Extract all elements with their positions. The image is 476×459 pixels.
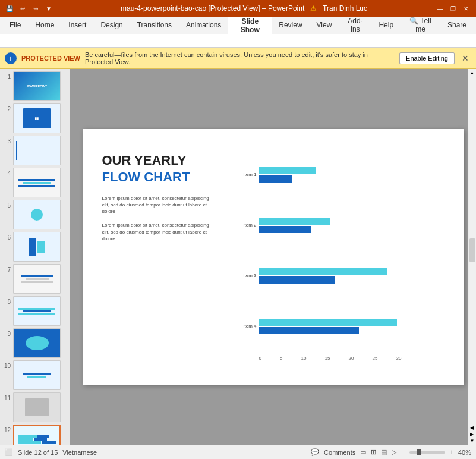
slide-panel: 1 POWERPOINT 2 ▉▉ 3 <box>0 69 70 445</box>
scroll-thumb[interactable] <box>469 238 475 262</box>
list-item[interactable]: 1 POWERPOINT <box>2 71 67 101</box>
status-bar: ⬜ Slide 12 of 15 Vietnamese 💬 Comments ▭… <box>0 445 476 459</box>
list-item[interactable]: 10 <box>2 360 67 390</box>
list-item[interactable]: 5 <box>2 200 67 230</box>
zoom-slider-thumb[interactable] <box>417 449 421 455</box>
tab-share[interactable]: Share <box>440 16 474 34</box>
slide-thumbnail-1[interactable]: POWERPOINT <box>13 71 61 101</box>
comments-icon[interactable]: 💬 <box>311 448 319 456</box>
slide-thumbnail-11[interactable] <box>13 392 61 422</box>
tab-animations[interactable]: Animations <box>179 16 228 34</box>
comments-label[interactable]: Comments <box>324 449 355 456</box>
list-item[interactable]: 6 <box>2 232 67 262</box>
customize-icon[interactable]: ▼ <box>44 4 53 13</box>
chart-label-item4: Item 4 <box>235 323 257 329</box>
tab-file[interactable]: File <box>2 16 28 34</box>
enable-editing-button[interactable]: Enable Editing <box>399 52 455 64</box>
zoom-slider[interactable] <box>409 451 445 454</box>
tab-help[interactable]: Help <box>371 16 401 34</box>
chart-label-item1: Item 1 <box>235 172 257 177</box>
tab-addins[interactable]: Add-ins <box>339 16 371 34</box>
status-right: 💬 Comments ▭ ⊞ ▤ ▷ − + 40% <box>311 448 471 456</box>
title-bar-title: mau-4-powerpoint-bao-cao [Protected View… <box>53 4 434 12</box>
list-item[interactable]: 3 <box>2 136 67 165</box>
scroll-prev-button[interactable]: ◀ <box>470 425 474 430</box>
list-item[interactable]: 11 <box>2 392 67 422</box>
chart-row-item1: Item 1 <box>235 167 449 183</box>
list-item[interactable]: 12 <box>2 425 67 445</box>
title-bar-left: 💾 ↩ ↪ ▼ <box>5 4 53 13</box>
slide-thumbnail-4[interactable] <box>13 168 61 197</box>
slideshow-button[interactable]: ▷ <box>392 448 396 456</box>
slide-indicator-icon: ⬜ <box>5 448 13 456</box>
slide-left: OUR YEARLY FLOW CHART Lorem ipsum dolor … <box>83 129 226 385</box>
slide-thumbnail-3[interactable] <box>13 136 61 165</box>
scroll-next-button[interactable]: ▶ <box>470 432 474 437</box>
list-item[interactable]: 2 ▉▉ <box>2 103 67 133</box>
list-item[interactable]: 4 <box>2 168 67 197</box>
title-bar-controls: — ❐ ✕ <box>434 3 471 14</box>
tab-insert[interactable]: Insert <box>61 16 93 34</box>
slide-thumbnail-5[interactable] <box>13 200 61 230</box>
chart-label-item2: Item 2 <box>235 222 257 228</box>
chart-row-item4: Item 4 <box>235 319 449 334</box>
slide-info: Slide 12 of 15 <box>18 449 58 456</box>
save-icon[interactable]: 💾 <box>5 4 14 13</box>
slide-thumbnail-7[interactable] <box>13 264 61 294</box>
slide-canvas: OUR YEARLY FLOW CHART Lorem ipsum dolor … <box>83 129 464 385</box>
tab-view[interactable]: View <box>310 16 339 34</box>
tab-review[interactable]: Review <box>272 16 309 34</box>
chart-bar-item2-cyan <box>259 218 330 225</box>
zoom-level[interactable]: 40% <box>458 449 471 456</box>
normal-view-button[interactable]: ▭ <box>360 448 366 456</box>
slide-thumbnail-2[interactable]: ▉▉ <box>13 103 61 133</box>
slide-title-line1: OUR YEARLY <box>102 153 212 168</box>
title-bar: 💾 ↩ ↪ ▼ mau-4-powerpoint-bao-cao [Protec… <box>0 0 476 17</box>
tab-design[interactable]: Design <box>93 16 130 34</box>
slide-thumbnail-6[interactable] <box>13 232 61 262</box>
status-left: ⬜ Slide 12 of 15 Vietnamese <box>5 448 97 456</box>
redo-icon[interactable]: ↪ <box>31 4 40 13</box>
vertical-scrollbar[interactable]: ▲ ◀ ▶ ▼ <box>468 69 476 445</box>
slide-content: OUR YEARLY FLOW CHART Lorem ipsum dolor … <box>83 129 464 385</box>
zoom-out-button[interactable]: − <box>401 449 405 455</box>
close-button[interactable]: ✕ <box>461 3 471 14</box>
chart-bar-item1-blue <box>259 175 292 183</box>
list-item[interactable]: 9 <box>2 328 67 358</box>
reading-view-button[interactable]: ▤ <box>381 448 387 456</box>
slide-thumbnail-9[interactable] <box>13 328 61 358</box>
protected-bar-close[interactable]: ✕ <box>459 54 471 63</box>
chart-bar-item2-blue <box>259 226 311 233</box>
list-item[interactable]: 8 <box>2 296 67 326</box>
language-indicator: Vietnamese <box>62 449 97 456</box>
chart-row-item3: Item 3 <box>235 268 449 284</box>
chart-bar-item4-blue <box>259 327 359 334</box>
chart-bars-item1 <box>259 167 316 183</box>
list-item[interactable]: 7 <box>2 264 67 294</box>
zoom-in-button[interactable]: + <box>450 449 453 455</box>
minimize-button[interactable]: — <box>434 3 445 14</box>
chart-x-axis: 0 5 10 15 20 25 30 <box>235 354 449 361</box>
tab-transitions[interactable]: Transitions <box>130 16 179 34</box>
slide-right: Item 1 Item 2 <box>226 129 464 385</box>
scroll-up-button[interactable]: ▲ <box>470 70 475 76</box>
scroll-down-button[interactable]: ▼ <box>470 438 475 444</box>
chart-bars-area: Item 1 Item 2 <box>235 143 449 351</box>
slide-sorter-button[interactable]: ⊞ <box>371 448 376 456</box>
slide-thumbnail-10[interactable] <box>13 360 61 390</box>
undo-icon[interactable]: ↩ <box>18 4 27 13</box>
slide-thumbnail-8[interactable] <box>13 296 61 326</box>
slide-thumbnail-12-active[interactable] <box>13 425 61 445</box>
chart-bar-item4-cyan <box>259 319 397 326</box>
tab-home[interactable]: Home <box>28 16 61 34</box>
protected-label: PROTECTED VIEW <box>21 55 80 62</box>
tab-slideshow[interactable]: Slide Show <box>228 16 272 34</box>
protected-message: Be careful—files from the Internet can c… <box>85 51 395 65</box>
warning-icon: ⚠ <box>310 4 317 12</box>
tab-tellme[interactable]: 🔍 Tell me <box>401 16 440 34</box>
ribbon-content <box>0 34 476 48</box>
canvas-area: ▲ ◀ ▶ ▼ OUR YEARLY FLOW CHART Lorem ipsu… <box>70 69 476 445</box>
chart-row-item2: Item 2 <box>235 218 449 233</box>
restore-button[interactable]: ❐ <box>447 3 458 14</box>
chart-bars-item3 <box>259 268 387 284</box>
